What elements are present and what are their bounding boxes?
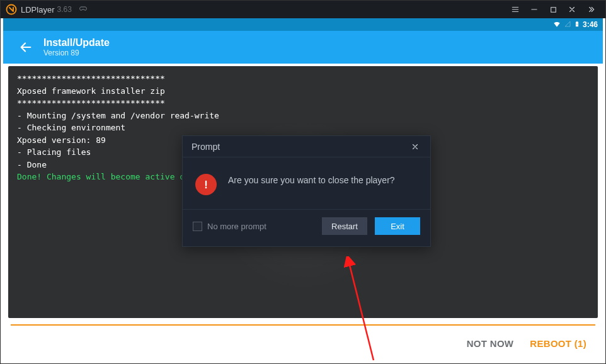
page-header: Install/Update Version 89	[3, 31, 603, 64]
app-version: 3.63	[57, 5, 71, 14]
terminal-line: - Mounting /system and /vendor read-writ…	[17, 110, 589, 122]
back-arrow-icon[interactable]	[14, 36, 37, 59]
terminal-line: ******************************	[17, 97, 589, 110]
no-more-prompt-checkbox[interactable]: No more prompt	[193, 222, 314, 231]
terminal-line: ******************************	[17, 72, 589, 85]
titlebar: LDPlayer 3.63	[1, 1, 605, 18]
dialog-message: Are you sure you want to close the playe…	[228, 174, 395, 195]
dialog-title: Prompt	[192, 142, 409, 152]
app-logo-icon	[6, 4, 17, 15]
status-time: 3:46	[583, 20, 598, 29]
checkbox-icon[interactable]	[193, 222, 202, 231]
svg-rect-1	[551, 7, 556, 12]
menu-icon[interactable]	[506, 1, 525, 18]
svg-rect-3	[576, 21, 578, 21]
restart-button[interactable]: Restart	[322, 217, 367, 235]
not-now-button[interactable]: NOT NOW	[467, 338, 514, 349]
terminal-line: Xposed framework installer zip	[17, 85, 589, 98]
wifi-icon	[552, 20, 561, 30]
bottom-bar: NOT NOW REBOOT (1)	[3, 326, 603, 361]
dialog-header: Prompt	[183, 136, 430, 157]
content: 3:46 Install/Update Version 89 *********…	[3, 18, 603, 361]
battery-icon	[574, 20, 580, 30]
dialog-close-icon[interactable]	[409, 140, 421, 153]
maximize-icon[interactable]	[544, 1, 563, 18]
svg-point-4	[205, 187, 207, 189]
page-title: Install/Update	[43, 37, 110, 48]
signal-icon	[564, 20, 571, 30]
android-status-bar: 3:46	[3, 18, 603, 31]
expand-icon[interactable]	[581, 1, 600, 18]
close-icon[interactable]	[563, 1, 581, 18]
reboot-button[interactable]: REBOOT (1)	[530, 338, 586, 349]
terminal-line: - Checking environment	[17, 122, 589, 134]
gamepad-icon[interactable]	[78, 3, 88, 16]
exit-button[interactable]: Exit	[375, 217, 420, 235]
app-name: LDPlayer	[21, 5, 54, 14]
no-more-prompt-label: No more prompt	[207, 222, 266, 231]
minimize-icon[interactable]	[525, 1, 544, 18]
prompt-dialog: Prompt Are you sure you want to close th…	[182, 135, 431, 247]
alert-icon	[195, 174, 217, 195]
page-subtitle: Version 89	[43, 48, 110, 57]
dialog-footer: No more prompt Restart Exit	[183, 209, 430, 246]
dialog-body: Are you sure you want to close the playe…	[183, 157, 430, 209]
